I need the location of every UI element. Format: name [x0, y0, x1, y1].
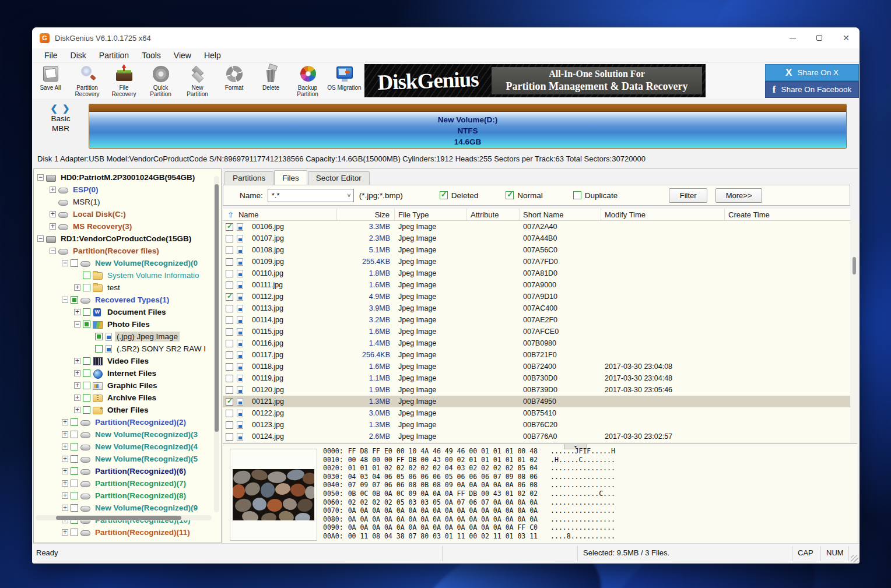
menu-item[interactable]: Disk	[64, 50, 93, 61]
file-row[interactable]: 00122.jpg 3.0MB Jpeg Image 00B75410	[223, 407, 850, 419]
tree-checkbox[interactable]	[71, 259, 78, 267]
menu-item[interactable]: File	[38, 50, 64, 61]
file-row[interactable]: 00120.jpg 1.9MB Jpeg Image 00B739D0 2017…	[223, 384, 850, 396]
file-checkbox[interactable]	[226, 386, 233, 394]
tree-checkbox[interactable]	[71, 418, 78, 426]
tree-item[interactable]: Document Files	[35, 306, 213, 318]
tree-expander-icon[interactable]	[62, 505, 68, 511]
file-row[interactable]: 00119.jpg 1.1MB Jpeg Image 00B730D0 2017…	[223, 372, 850, 384]
column-header-modifytime[interactable]: Modify Time	[601, 209, 725, 220]
tree-expander-icon[interactable]	[74, 284, 80, 291]
file-row[interactable]: 00106.jpg 3.3MB Jpeg Image 007A2A40	[223, 221, 850, 233]
file-row[interactable]: 00124.jpg 2.6MB Jpeg Image 00B776A0 2017…	[223, 431, 850, 442]
resize-grip[interactable]	[851, 555, 858, 562]
toolbar-button[interactable]: File Recovery	[106, 63, 142, 98]
file-row[interactable]: 00121.jpg 1.3MB Jpeg Image 00B74950	[223, 396, 850, 407]
tree-item[interactable]: New Volume(Recognized)(4	[35, 441, 213, 453]
tree-horizontal-scrollbar[interactable]	[36, 515, 212, 520]
file-checkbox[interactable]	[226, 398, 233, 406]
tree-expander-icon[interactable]	[62, 468, 68, 474]
tree-checkbox[interactable]	[83, 272, 90, 279]
file-row[interactable]: 00109.jpg 255.4KB Jpeg Image 007A7FD0	[223, 256, 850, 267]
tree-checkbox[interactable]	[83, 308, 90, 316]
file-checkbox[interactable]	[226, 223, 233, 231]
file-checkbox[interactable]	[226, 433, 233, 441]
tree-vertical-scrollbar[interactable]	[214, 176, 219, 512]
toolbar-button[interactable]: Quick Partition	[142, 63, 179, 98]
file-table-scroll-thumb[interactable]	[853, 257, 856, 274]
file-checkbox[interactable]	[226, 258, 233, 266]
tree-item[interactable]: Local Disk(C:)	[35, 208, 213, 220]
toolbar-button[interactable]: Partition Recovery	[69, 63, 106, 98]
tree-expander-icon[interactable]	[74, 321, 80, 328]
tree-checkbox[interactable]	[71, 480, 78, 487]
tree-expander-icon[interactable]	[50, 211, 56, 217]
column-header-shortname[interactable]: Short Name	[520, 209, 601, 220]
tree-item[interactable]: Recovered Types(1)	[35, 294, 213, 306]
tree-checkbox[interactable]	[83, 394, 90, 402]
view-tab[interactable]: Files	[274, 170, 307, 185]
hex-dump[interactable]: 0000:FF D8 FF E0 00 10 4A 46 49 46 00 01…	[323, 447, 851, 542]
tree-expander-icon[interactable]	[37, 235, 44, 242]
file-checkbox[interactable]	[226, 305, 233, 312]
toolbar-button[interactable]: Save All	[32, 63, 69, 98]
tree-item[interactable]: ESP(0)	[35, 184, 213, 196]
file-checkbox[interactable]	[226, 410, 233, 417]
share-on-facebook-button[interactable]: f Share On Facebook	[765, 81, 859, 98]
menu-item[interactable]: Partition	[93, 50, 135, 61]
tree-item[interactable]: Partition(Recover files)	[35, 245, 213, 257]
tree-checkbox[interactable]	[83, 406, 90, 414]
tree-expander-icon[interactable]	[37, 174, 44, 181]
tree-item[interactable]: Partition(Recognized)(6)	[35, 465, 213, 477]
tree-vscroll-thumb[interactable]	[215, 184, 219, 432]
tree-item[interactable]: MSR(1)	[35, 196, 213, 208]
tree-item[interactable]: test	[35, 281, 213, 294]
tree-expander-icon[interactable]	[74, 309, 80, 315]
toolbar-button[interactable]: Format	[216, 63, 252, 98]
file-row[interactable]: 00118.jpg 1.6MB Jpeg Image 00B72400 2017…	[223, 361, 850, 372]
tree-expander-icon[interactable]	[74, 395, 80, 401]
tree-checkbox[interactable]	[71, 296, 78, 304]
toolbar-button[interactable]: New Partition	[179, 63, 216, 98]
tree-item[interactable]: New Volume(Recognized)(0	[35, 257, 213, 269]
file-checkbox[interactable]	[226, 316, 233, 324]
tree-item[interactable]: (.SR2) SONY SR2 RAW I	[35, 343, 213, 355]
tree-expander-icon[interactable]	[62, 456, 68, 462]
filter-button[interactable]: Filter	[669, 188, 707, 203]
tree-expander-icon[interactable]	[62, 492, 68, 499]
file-checkbox[interactable]	[226, 421, 233, 429]
tree-item[interactable]: System Volume Informatio	[35, 269, 213, 281]
tree-checkbox[interactable]	[71, 504, 78, 512]
file-checkbox[interactable]	[226, 281, 233, 289]
file-checkbox[interactable]	[226, 351, 233, 359]
tree-item[interactable]: Archive Files	[35, 392, 213, 404]
tree-checkbox[interactable]	[71, 443, 78, 450]
tree-expander-icon[interactable]	[50, 186, 56, 193]
file-checkbox[interactable]	[226, 375, 233, 382]
file-checkbox[interactable]	[226, 363, 233, 371]
file-checkbox[interactable]	[226, 235, 233, 242]
file-row[interactable]: 00116.jpg 1.4MB Jpeg Image 007B0980	[223, 337, 850, 349]
tree-item[interactable]: New Volume(Recognized)(5	[35, 453, 213, 465]
file-row[interactable]: 00108.jpg 5.1MB Jpeg Image 007A56C0	[223, 244, 850, 256]
tree-expander-icon[interactable]	[74, 382, 80, 389]
tree-item[interactable]: MS Recovery(3)	[35, 220, 213, 233]
file-checkbox[interactable]	[226, 270, 233, 277]
tree-checkbox[interactable]	[71, 431, 78, 438]
file-checkbox[interactable]	[226, 247, 233, 254]
toolbar-button[interactable]: Backup Partition	[289, 63, 326, 98]
filter-checkbox[interactable]: Duplicate	[573, 191, 618, 200]
tree-item[interactable]: New Volume(Recognized)(3	[35, 428, 213, 441]
tree-checkbox[interactable]	[71, 492, 78, 499]
checkbox-icon[interactable]	[440, 191, 448, 199]
tree-item[interactable]: Partition(Recognized)(11)	[35, 526, 213, 538]
volume-bar[interactable]: New Volume(D:) NTFS 14.6GB	[89, 104, 847, 149]
tree-expander-icon[interactable]	[50, 223, 56, 230]
column-header-size[interactable]: Size	[337, 209, 395, 220]
column-header-name[interactable]: ⇧ Name	[223, 209, 337, 220]
tree-expander-icon[interactable]	[62, 529, 68, 536]
tree-item[interactable]: New Volume(Recognized)(9	[35, 502, 213, 514]
minimize-button[interactable]	[779, 27, 806, 48]
tree-item[interactable]: Video Files	[35, 355, 213, 367]
file-row[interactable]: 00117.jpg 256.4KB Jpeg Image 00B721F0	[223, 349, 850, 361]
